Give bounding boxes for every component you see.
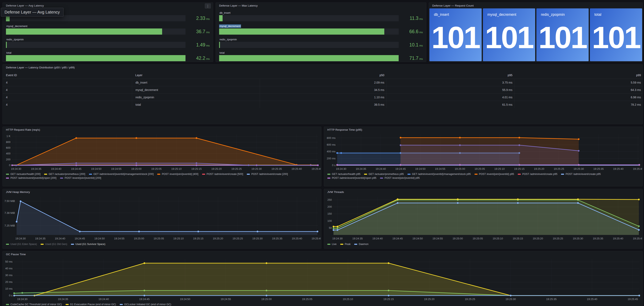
legend-item[interactable]: Daemon (354, 243, 368, 246)
http-p95-legend: GET /actuator/health p95GET /actuator/pr… (327, 173, 641, 179)
panel-title-jvm-threads[interactable]: JVM Threads (327, 191, 344, 194)
panel-title-gc-pause[interactable]: GC Pause Time (6, 253, 26, 256)
legend-item[interactable]: POST /admin/event/create [200] (247, 173, 288, 176)
column-header-p50[interactable]: p50 (260, 71, 386, 79)
legend-item[interactable]: GET /admin/event/{eventId}/management/st… (408, 173, 471, 176)
svg-text:19:25:20: 19:25:20 (211, 167, 222, 170)
svg-text:19:25:30: 19:25:30 (506, 298, 516, 301)
panel-jvm-heap: JVM Heap Memory 19:24:3019:24:3519:24:40… (2, 189, 322, 249)
table-cell: 64.3 ms (514, 86, 643, 93)
legend-item[interactable]: GET /actuator/prometheus p95 (364, 173, 404, 176)
legend-swatch-icon (120, 304, 123, 305)
svg-text:19:24:30: 19:24:30 (17, 298, 28, 301)
svg-text:19:25:25: 19:25:25 (553, 237, 563, 240)
panel-http-rate: HTTP Request Rate (req/s) 19:24:3019:24:… (2, 127, 322, 186)
column-header-event-id[interactable]: Event ID (3, 71, 132, 79)
gauge-row: db_insert11.3ms (219, 10, 423, 21)
stat-label: db_insert (434, 12, 482, 17)
column-header-p95[interactable]: p95 (386, 71, 514, 79)
svg-text:19:25:45: 19:25:45 (312, 167, 321, 170)
panel-jvm-threads: JVM Threads 19:24:3019:24:3519:24:4019:2… (324, 189, 643, 249)
panel-title-max-latency[interactable]: Defense Layer — Max Latency (219, 4, 258, 7)
panel-title-http-p95[interactable]: HTTP Response Time (p95) (327, 128, 362, 131)
legend-swatch-icon (40, 244, 44, 245)
jvm-heap-chart: 19:24:3019:24:3519:24:4019:24:4519:24:50… (3, 195, 321, 241)
legend-item[interactable]: POST /admin/event/{eventId}/open [200] (6, 177, 56, 179)
legend-swatch-icon (6, 244, 9, 245)
table-cell: 2.09 ms (260, 79, 386, 86)
legend-label: G1 Evacuation Pause (end of minor GC) (70, 303, 116, 306)
legend-swatch-icon (6, 304, 9, 305)
legend-item[interactable]: POST /admin/event/{eventId}/open p95 (327, 177, 376, 179)
legend-label: GCLocker Initiated GC (end of minor GC) (124, 303, 171, 306)
svg-text:400: 400 (6, 152, 10, 155)
table-cell: 39.5 ms (260, 101, 386, 108)
avg-latency-bars: db_insert2.33msmysql_decrement36.7msredi… (6, 10, 210, 61)
legend-label: POST /event/join/{eventId} [200] (64, 177, 101, 179)
legend-item[interactable]: POST /event/join/{eventId} [400] (157, 173, 198, 176)
legend-item[interactable]: G1 Evacuation Pause (end of minor GC) (66, 303, 116, 306)
legend-item[interactable]: POST /admin/event/create p95 (518, 173, 557, 176)
panel-title-http-rate[interactable]: HTTP Request Rate (req/s) (6, 128, 40, 131)
gauge-label: redis_zpopmin (6, 38, 24, 41)
svg-text:19:25:15: 19:25:15 (514, 167, 524, 170)
legend-item[interactable]: GCLocker Initiated GC (end of minor GC) (120, 303, 171, 306)
legend-item[interactable]: Used (G1 Eden Space) (6, 243, 37, 246)
svg-text:19:25:30: 19:25:30 (574, 167, 584, 170)
legend-swatch-icon (518, 174, 521, 175)
gauge-row: mysql_decrement36.7ms (6, 23, 210, 35)
legend-row: CodeCache GC Threshold (end of minor GC)… (6, 303, 641, 306)
svg-text:19:25:10: 19:25:10 (492, 237, 503, 240)
panel-title-latency-table[interactable]: Defense Layer — Latency Distribution (p5… (6, 66, 75, 69)
svg-text:50: 50 (329, 226, 332, 229)
legend-item[interactable]: POST /event/join/{eventId} [200] (60, 177, 101, 179)
svg-text:19:25:40: 19:25:40 (292, 167, 302, 170)
legend-label: POST /admin/event/create [200] (251, 173, 288, 176)
legend-label: Daemon (359, 243, 368, 246)
table-cell: 1.10 ms (260, 94, 386, 101)
svg-text:19:25:10: 19:25:10 (171, 167, 182, 170)
legend-item[interactable]: GET /actuator/health p95 (327, 173, 360, 176)
legend-item[interactable]: GET /actuator/health [200] (6, 173, 40, 176)
jvm_threads-plot: 19:24:3019:24:3519:24:4019:24:4519:24:50… (324, 195, 642, 241)
legend-swatch-icon (6, 178, 9, 179)
legend-item[interactable]: Used (G1 Survivor Space) (71, 243, 105, 246)
svg-text:19:24:55: 19:24:55 (114, 237, 124, 240)
svg-text:19:24:40: 19:24:40 (372, 237, 383, 240)
panel-title-jvm-heap[interactable]: JVM Heap Memory (6, 191, 30, 194)
svg-text:19:24:30: 19:24:30 (11, 167, 21, 170)
legend-item[interactable]: Live (327, 243, 336, 246)
panel-title-avg-latency[interactable]: Defense Layer — Avg Latency (6, 4, 44, 7)
gauge-label: redis_zpopmin (219, 38, 237, 41)
panel-header: Defense Layer — Avg Latency ⋮ (3, 3, 213, 8)
column-header-layer[interactable]: Layer (132, 71, 260, 79)
legend-item[interactable]: GET /actuator/prometheus [200] (44, 173, 85, 176)
legend-item[interactable]: POST /event/join/{eventId} p95 (474, 173, 514, 176)
table-header-row: Event IDLayerp50p95p99 (3, 71, 642, 79)
svg-text:19:24:40: 19:24:40 (98, 298, 109, 301)
svg-text:19:25:40: 19:25:40 (613, 237, 623, 240)
legend-item[interactable]: CodeCache GC Threshold (end of minor GC) (6, 303, 62, 306)
svg-text:19:24:35: 19:24:35 (58, 298, 68, 301)
svg-text:1 K: 1 K (6, 135, 10, 138)
legend-item[interactable]: Used (G1 Old Gen) (40, 243, 67, 246)
panel-menu-button[interactable]: ⋮ (205, 3, 211, 8)
svg-text:19:25:30: 19:25:30 (252, 167, 262, 170)
column-header-p99[interactable]: p99 (514, 71, 643, 79)
legend-item[interactable]: POST /admin/event/create p95 (561, 173, 600, 176)
svg-text:19:24:45: 19:24:45 (392, 237, 403, 240)
gauge-row: redis_zpopmin1.49ms (6, 37, 210, 48)
http-rate-legend: GET /actuator/health [200]GET /actuator/… (6, 173, 320, 179)
legend-item[interactable]: GET /admin/event/{eventId}/management/st… (89, 173, 154, 176)
svg-text:200: 200 (327, 205, 332, 208)
svg-text:7.38 MiB: 7.38 MiB (4, 211, 15, 214)
grafana-dashboard: Defense Layer — Avg Latency ⋮ db_insert2… (0, 0, 644, 306)
panel-title-request-count[interactable]: Defense Layer — Request Count (432, 4, 474, 7)
legend-item[interactable]: Peak (340, 243, 351, 246)
gauge-bar-track (6, 55, 186, 61)
legend-label: GET /actuator/health [200] (10, 173, 40, 176)
legend-item[interactable]: POST /admin/event/create [500] (202, 173, 243, 176)
legend-row: POST /admin/event/{eventId}/open [200]PO… (6, 177, 320, 179)
gauge-value: 36.7ms (188, 29, 210, 34)
legend-item[interactable]: POST /event/join/{eventId} p95 (380, 177, 420, 179)
